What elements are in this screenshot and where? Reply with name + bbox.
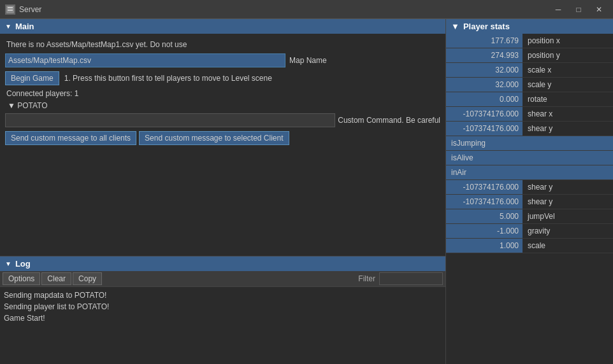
stat-row: 32.000scale x [446,63,613,78]
options-button[interactable]: Options [3,272,40,285]
stat-value: 5.000 [446,209,523,223]
stat-value: 0.000 [446,92,523,106]
maximize-button[interactable]: □ [570,3,588,16]
stat-row: isJumping [446,136,613,151]
stat-row: isAlive [446,151,613,165]
log-content: Sending mapdata to POTATO!Sending player… [0,287,445,364]
custom-command-input[interactable] [5,113,335,127]
stat-label: scale x [523,63,556,77]
filter-input[interactable] [379,272,443,285]
send-all-button[interactable]: Send custom message to all clients [5,131,136,145]
stats-header-label: Player stats [463,22,510,31]
stat-label: position y [523,48,565,62]
stat-label: shear y [523,122,558,136]
stat-bool-label: isJumping [446,136,613,150]
stat-label: scale [523,239,551,253]
app-icon [5,4,15,15]
stat-row: 1.000scale [446,239,613,253]
stat-value: -107374176.000 [446,107,523,121]
stat-value: -107374176.000 [446,195,523,209]
map-file-row: Map Name [3,52,443,69]
stat-label: shear x [523,107,558,121]
stat-value: 177.679 [446,34,523,48]
stat-value: -107374176.000 [446,180,523,194]
stat-value: -1.000 [446,224,523,238]
stat-value: 274.993 [446,48,523,62]
custom-command-hint: Custom Command. Be careful [338,116,440,125]
stat-row: 32.000scale y [446,78,613,92]
stat-row: -107374176.000shear x [446,107,613,122]
stat-label: shear y [523,195,558,209]
filter-label: Filter [358,274,378,283]
main-section: ▼ Main There is no Assets/Map/testMap1.c… [0,19,445,256]
send-selected-button[interactable]: Send custom message to selected Client [139,131,289,145]
app-body: ▼ Main There is no Assets/Map/testMap1.c… [0,19,613,364]
clear-button[interactable]: Clear [41,272,71,285]
log-line: Sending player list to POTATO! [4,301,442,312]
stat-row: 5.000jumpVel [446,209,613,224]
stat-row: 177.679position x [446,34,613,48]
stat-row: -1.000gravity [446,224,613,239]
connected-players: Connected players: 1 [3,87,443,100]
stat-label: rotate [523,92,552,106]
log-section-header: ▼ Log [0,256,445,271]
begin-game-row: Begin Game 1. Press this button first to… [3,69,443,87]
svg-rect-1 [8,7,13,8]
stat-label: scale y [523,78,556,92]
log-line: Sending mapdata to POTATO! [4,290,442,301]
right-panel: ▼ Player stats 177.679position x274.993p… [446,19,613,364]
stat-bool-label: isAlive [446,151,613,165]
send-buttons-row: Send custom message to all clients Send … [3,129,443,147]
stat-value: 32.000 [446,78,523,92]
log-line: Game Start! [4,312,442,324]
warning-text: There is no Assets/Map/testMap1.csv yet.… [3,38,443,52]
main-content: There is no Assets/Map/testMap1.csv yet.… [0,34,445,151]
stat-label: gravity [523,224,555,238]
main-header-label: Main [15,22,34,31]
player-item-label: ▼ POTATO [8,101,48,110]
stats-arrow-icon: ▼ [451,22,459,31]
titlebar: Server ─ □ ✕ [0,0,613,19]
log-toolbar: Options Clear Copy Filter [0,271,445,287]
stat-row: -107374176.000shear y [446,122,613,136]
begin-game-desc: 1. Press this button first to tell playe… [64,74,272,83]
window-title: Server [19,5,549,14]
stats-content: 177.679position x274.993position y32.000… [446,34,613,364]
stat-label: shear y [523,180,558,194]
stats-header: ▼ Player stats [446,19,613,34]
map-file-input[interactable] [5,53,285,67]
svg-rect-2 [8,10,13,11]
left-panel: ▼ Main There is no Assets/Map/testMap1.c… [0,19,446,364]
stat-row: -107374176.000shear y [446,180,613,195]
stat-row: 274.993position y [446,48,613,63]
log-section: ▼ Log Options Clear Copy Filter Sending … [0,256,445,364]
stat-row: 0.000rotate [446,92,613,107]
copy-button[interactable]: Copy [73,272,102,285]
stat-row: -107374176.000shear y [446,195,613,209]
close-button[interactable]: ✕ [590,3,608,16]
stat-label: position x [523,34,565,48]
log-header-label: Log [15,259,31,269]
log-arrow-icon: ▼ [5,260,11,267]
stat-value: 1.000 [446,239,523,253]
minimize-button[interactable]: ─ [549,3,567,16]
stat-label: jumpVel [523,209,560,223]
window-controls: ─ □ ✕ [549,3,608,16]
stat-value: -107374176.000 [446,122,523,136]
player-item[interactable]: ▼ POTATO [3,100,443,111]
stat-value: 32.000 [446,63,523,77]
map-name-label: Map Name [289,56,327,65]
custom-command-row: Custom Command. Be careful [3,111,443,129]
begin-game-button[interactable]: Begin Game [5,71,59,85]
stat-row: inAir [446,165,613,180]
main-section-header: ▼ Main [0,19,445,34]
main-arrow-icon: ▼ [5,23,11,30]
stat-bool-label: inAir [446,165,613,179]
